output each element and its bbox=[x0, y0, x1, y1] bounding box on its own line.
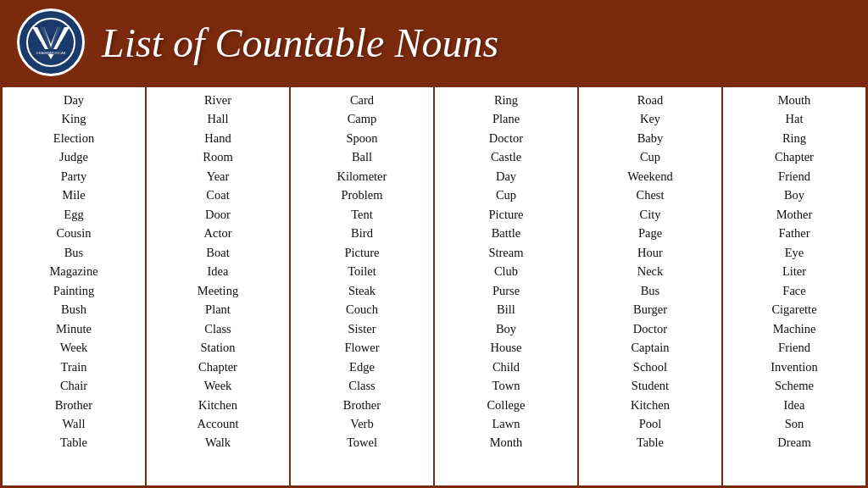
list-item: Student bbox=[632, 376, 669, 395]
list-item: Captain bbox=[631, 338, 669, 357]
list-item: Class bbox=[204, 319, 231, 338]
list-item: Chair bbox=[60, 376, 87, 395]
list-item: Problem bbox=[341, 186, 382, 204]
list-item: Meeting bbox=[198, 281, 238, 300]
list-item: Cigarette bbox=[771, 300, 816, 319]
list-item: Bus bbox=[64, 243, 84, 262]
list-item: Kitchen bbox=[631, 396, 670, 414]
list-item: Ring bbox=[494, 91, 518, 109]
list-item: Doctor bbox=[633, 319, 667, 338]
list-item: Spoon bbox=[346, 129, 377, 147]
list-item: Class bbox=[348, 376, 375, 395]
list-item: Table bbox=[637, 433, 664, 452]
list-item: Pool bbox=[639, 414, 662, 433]
list-item: Toilet bbox=[348, 262, 376, 280]
list-item: Scheme bbox=[775, 376, 814, 395]
list-item: Plant bbox=[205, 300, 231, 319]
list-item: Bus bbox=[641, 281, 660, 300]
list-item: Account bbox=[197, 414, 238, 433]
list-item: Machine bbox=[773, 319, 816, 338]
list-item: Station bbox=[200, 338, 235, 357]
list-item: Coat bbox=[206, 186, 229, 204]
list-item: Room bbox=[203, 147, 232, 166]
list-item: Towel bbox=[347, 433, 377, 452]
list-item: Brother bbox=[343, 396, 381, 414]
list-item: Ball bbox=[352, 147, 372, 166]
list-item: Stream bbox=[488, 243, 523, 262]
list-item: Road bbox=[637, 91, 664, 109]
list-item: Verb bbox=[350, 414, 373, 433]
list-item: Hat bbox=[786, 109, 804, 128]
svg-text:GRAMMARVOCAB: GRAMMARVOCAB bbox=[36, 51, 66, 55]
column-1: DayKingElectionJudgePartyMileEggCousinBu… bbox=[3, 87, 147, 485]
list-item: Dream bbox=[777, 433, 810, 452]
list-item: Tent bbox=[351, 205, 373, 224]
list-item: City bbox=[640, 205, 661, 224]
list-item: Boy bbox=[496, 319, 516, 338]
list-item: Bush bbox=[61, 300, 86, 319]
list-item: Child bbox=[492, 358, 520, 376]
list-item: Camp bbox=[348, 109, 377, 128]
list-item: Boy bbox=[784, 186, 804, 204]
list-item: Mouth bbox=[778, 91, 811, 109]
list-item: Friend bbox=[778, 167, 810, 186]
list-item: Actor bbox=[203, 224, 231, 242]
list-item: Idea bbox=[208, 262, 229, 280]
list-item: Mile bbox=[62, 186, 85, 204]
list-item: Wall bbox=[62, 414, 85, 433]
list-item: Baby bbox=[637, 129, 664, 147]
list-item: Bill bbox=[497, 300, 515, 319]
list-item: Walk bbox=[205, 433, 231, 452]
list-item: Steak bbox=[348, 281, 376, 300]
list-item: Day bbox=[496, 167, 516, 186]
list-item: Couch bbox=[346, 300, 378, 319]
list-item: Day bbox=[64, 91, 84, 109]
column-5: RoadKeyBabyCupWeekendChestCityPageHourNe… bbox=[579, 87, 723, 485]
list-item: Week bbox=[60, 338, 88, 357]
list-item: Idea bbox=[784, 396, 805, 414]
list-item: Kilometer bbox=[337, 167, 387, 186]
list-item: Hand bbox=[204, 129, 231, 147]
list-item: Bird bbox=[351, 224, 373, 242]
list-item: Table bbox=[60, 433, 87, 452]
list-item: Father bbox=[778, 224, 810, 242]
list-item: King bbox=[62, 109, 86, 128]
list-item: Town bbox=[492, 376, 520, 395]
words-table: DayKingElectionJudgePartyMileEggCousinBu… bbox=[0, 85, 868, 488]
list-item: Sister bbox=[348, 319, 376, 338]
list-item: Minute bbox=[56, 319, 92, 338]
list-item: Train bbox=[61, 358, 87, 376]
column-3: CardCampSpoonBallKilometerProblemTentBir… bbox=[291, 87, 435, 485]
list-item: Chapter bbox=[198, 358, 237, 376]
list-item: Doctor bbox=[489, 129, 523, 147]
list-item: Hour bbox=[637, 243, 663, 262]
list-item: Neck bbox=[637, 262, 664, 280]
list-item: Burger bbox=[633, 300, 667, 319]
list-item: Painting bbox=[53, 281, 94, 300]
list-item: Page bbox=[638, 224, 662, 242]
list-item: College bbox=[487, 396, 525, 414]
list-item: Boat bbox=[206, 243, 229, 262]
list-item: Picture bbox=[344, 243, 379, 262]
list-item: Battle bbox=[492, 224, 521, 242]
list-item: Card bbox=[350, 91, 374, 109]
list-item: School bbox=[633, 358, 667, 376]
list-item: Week bbox=[204, 376, 232, 395]
list-item: Friend bbox=[778, 338, 810, 357]
list-item: Invention bbox=[771, 358, 818, 376]
list-item: Cup bbox=[640, 147, 660, 166]
list-item: Son bbox=[785, 414, 804, 433]
list-item: Purse bbox=[492, 281, 520, 300]
list-item: Liter bbox=[782, 262, 806, 280]
list-item: Egg bbox=[64, 205, 83, 224]
list-item: Magazine bbox=[49, 262, 97, 280]
list-item: Chapter bbox=[775, 147, 814, 166]
list-item: Lawn bbox=[492, 414, 520, 433]
list-item: House bbox=[490, 338, 521, 357]
list-item: Key bbox=[640, 109, 660, 128]
header: GRAMMARVOCAB List of Countable Nouns bbox=[0, 0, 868, 85]
list-item: Month bbox=[490, 433, 523, 452]
list-item: Weekend bbox=[627, 167, 673, 186]
list-item: Mother bbox=[776, 205, 813, 224]
logo: GRAMMARVOCAB bbox=[17, 8, 85, 76]
